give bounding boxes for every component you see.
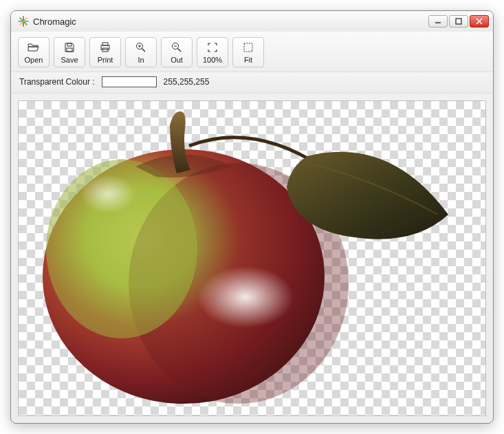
open-label: Open bbox=[25, 56, 43, 64]
transparent-value: 255,255,255 bbox=[164, 77, 210, 87]
svg-rect-10 bbox=[102, 43, 108, 45]
maximize-icon bbox=[455, 18, 462, 25]
zoom-in-button[interactable]: In bbox=[125, 37, 157, 67]
fit-button[interactable]: Fit bbox=[232, 37, 264, 67]
transparent-colour-bar: Transparent Colour : 255,255,255 bbox=[11, 72, 493, 94]
fit-label: Fit bbox=[244, 56, 252, 64]
svg-line-18 bbox=[178, 48, 182, 52]
svg-point-24 bbox=[197, 266, 294, 328]
svg-rect-20 bbox=[244, 43, 252, 52]
save-button[interactable]: Save bbox=[54, 37, 85, 67]
svg-point-25 bbox=[80, 175, 135, 213]
svg-line-14 bbox=[142, 48, 146, 52]
svg-rect-9 bbox=[67, 48, 72, 52]
save-label: Save bbox=[61, 56, 78, 64]
zoom-100-button[interactable]: 100% bbox=[197, 37, 228, 67]
minimize-icon bbox=[435, 18, 441, 25]
svg-rect-8 bbox=[67, 43, 72, 46]
maximize-button[interactable] bbox=[449, 15, 468, 28]
window-controls bbox=[428, 15, 489, 28]
print-label: Print bbox=[98, 56, 113, 64]
zoom-actual-icon bbox=[207, 41, 218, 54]
zoom-100-label: 100% bbox=[203, 56, 222, 64]
canvas[interactable] bbox=[18, 100, 486, 416]
print-button[interactable]: Print bbox=[89, 37, 121, 67]
app-icon bbox=[18, 16, 29, 27]
fit-icon bbox=[243, 41, 254, 54]
open-button[interactable]: Open bbox=[18, 37, 50, 67]
titlebar: Chromagic bbox=[11, 11, 493, 32]
minimize-button[interactable] bbox=[428, 15, 448, 28]
zoom-out-icon bbox=[171, 41, 182, 54]
close-icon bbox=[476, 18, 483, 25]
app-title: Chromagic bbox=[33, 17, 76, 27]
svg-rect-5 bbox=[456, 19, 461, 24]
toolbar: Open Save Print In Out bbox=[11, 32, 493, 72]
zoom-out-button[interactable]: Out bbox=[161, 37, 193, 67]
zoom-in-icon bbox=[135, 41, 146, 54]
folder-open-icon bbox=[28, 41, 40, 54]
zoom-out-label: Out bbox=[171, 56, 183, 64]
zoom-in-label: In bbox=[138, 56, 144, 64]
app-window: Chromagic Open Save bbox=[10, 10, 494, 424]
print-icon bbox=[100, 41, 111, 54]
transparent-colour-swatch[interactable] bbox=[102, 76, 157, 87]
canvas-image bbox=[32, 105, 459, 407]
close-button[interactable] bbox=[470, 15, 489, 28]
transparent-label: Transparent Colour : bbox=[19, 77, 95, 87]
save-icon bbox=[64, 41, 75, 54]
